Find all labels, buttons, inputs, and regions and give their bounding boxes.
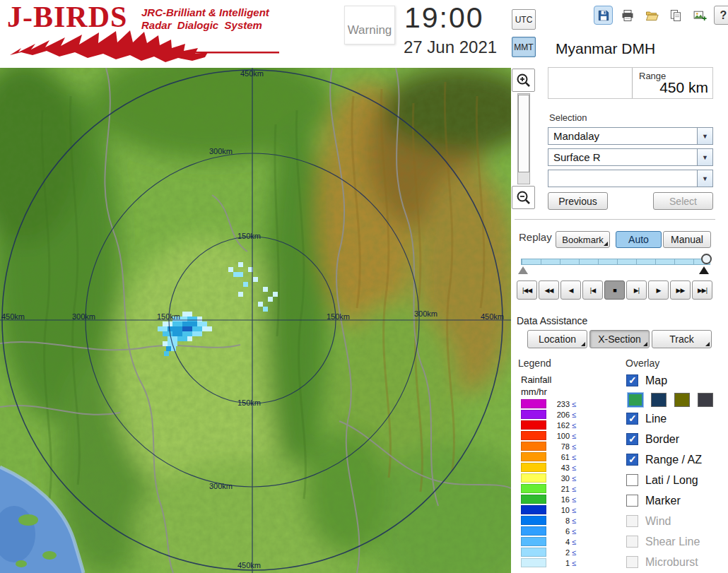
overlay-checkbox[interactable] (626, 413, 638, 425)
legend-color-swatch (521, 484, 546, 493)
copy-icon[interactable] (666, 6, 685, 25)
legend-color-swatch (521, 505, 546, 514)
print-icon[interactable] (618, 6, 637, 25)
capture-icon[interactable] (690, 6, 709, 25)
legend-color-swatch (521, 420, 546, 430)
legend-value: 233 (550, 400, 570, 408)
legend-row: 162 ≤ (521, 420, 576, 430)
overlay-label: Line (645, 413, 667, 425)
playback-controls: |◀◀ ◀◀ ◀ |◀ ■ ▶| ▶ ▶▶ ▶▶| (517, 280, 712, 300)
playback-button[interactable]: ◀ (560, 280, 581, 300)
toolbar: ? (594, 6, 728, 25)
app-logo-subtitle: JRC-Brilliant & Intelligent Radar Dialog… (141, 6, 269, 32)
help-icon[interactable]: ? (714, 6, 728, 25)
legend-value: 10 (550, 506, 570, 514)
jbirds-app: J-BIRDS JRC-Brilliant & Intelligent Rada… (0, 0, 728, 573)
warning-label: Warning (348, 23, 392, 37)
playback-button[interactable]: ◀◀ (539, 280, 559, 300)
legend-color-swatch (521, 442, 546, 451)
playback-button[interactable]: ▶| (626, 280, 647, 300)
map-style-swatch[interactable] (628, 393, 643, 407)
data-assistance-button[interactable]: Track (652, 330, 712, 348)
zoom-slider-thumb[interactable] (518, 95, 529, 172)
map-style-swatch[interactable] (651, 393, 667, 407)
chevron-down-icon[interactable]: ▼ (697, 128, 712, 144)
legend-scale: 233 ≤ 206 ≤ 162 ≤ 100 ≤ (521, 398, 576, 568)
overlay-row[interactable]: Shear Line (626, 536, 702, 548)
legend-row: 233 ≤ (521, 398, 576, 409)
overlay-checkbox[interactable] (626, 433, 638, 445)
legend-le-symbol: ≤ (572, 442, 576, 451)
previous-button[interactable]: Previous (548, 192, 608, 210)
map-checkbox[interactable] (626, 374, 638, 386)
overlay-checkbox[interactable] (626, 515, 638, 527)
playback-button[interactable]: ■ (604, 280, 625, 300)
overlay-row-map[interactable]: Map (626, 374, 667, 386)
radar-map[interactable]: 450km 300km 150km 450km 300km 150km 150k… (0, 68, 511, 573)
legend-row: 30 ≤ (521, 473, 576, 483)
timeline-knob[interactable] (701, 254, 712, 264)
auto-replay-button[interactable]: Auto (616, 231, 662, 248)
overlay-row[interactable]: Border (626, 433, 702, 445)
open-folder-icon[interactable] (642, 6, 661, 25)
replay-label: Replay (519, 231, 552, 243)
section-divider (515, 219, 715, 220)
playback-button[interactable]: ▶ (648, 280, 669, 300)
overlay-checkbox[interactable] (626, 454, 638, 466)
legend-value: 8 (550, 516, 570, 525)
site-dropdown[interactable]: Mandalay ▼ (548, 127, 713, 145)
overlay-label: Map (645, 374, 667, 387)
legend-le-symbol: ≤ (572, 474, 576, 483)
legend-le-symbol: ≤ (572, 548, 576, 557)
option-dropdown[interactable]: ▼ (548, 170, 713, 187)
map-style-swatch[interactable] (674, 393, 690, 407)
legend-value: 16 (550, 495, 570, 504)
radar-map-canvas (0, 68, 511, 573)
overlay-label: Lati / Long (645, 474, 698, 487)
overlay-row[interactable]: Line (626, 413, 702, 425)
selection-label: Selection (549, 112, 587, 123)
map-style-swatch[interactable] (698, 393, 713, 407)
data-assistance-button[interactable]: Location (527, 330, 587, 348)
legend-le-symbol: ≤ (572, 400, 576, 408)
zoom-out-icon[interactable] (512, 186, 535, 209)
overlay-checkbox[interactable] (626, 536, 638, 548)
playback-button[interactable]: |◀ (582, 280, 603, 300)
product-dropdown[interactable]: Surface R ▼ (548, 148, 713, 166)
overlay-checkbox[interactable] (626, 556, 638, 568)
save-icon[interactable] (594, 6, 613, 25)
overlay-label: Marker (645, 495, 681, 507)
select-button[interactable]: Select (653, 192, 713, 210)
playback-button[interactable]: ▶▶ (670, 280, 691, 300)
manual-replay-button[interactable]: Manual (663, 231, 711, 248)
zoom-in-icon[interactable] (512, 69, 535, 92)
overlay-title: Overlay (626, 358, 659, 369)
data-assistance-button[interactable]: X-Section (589, 330, 650, 348)
overlay-row[interactable]: Lati / Long (626, 474, 702, 486)
overlay-row[interactable]: Microburst (626, 556, 702, 568)
timezone-mmt-button[interactable]: MMT (512, 37, 536, 57)
bookmark-button[interactable]: Bookmark (556, 231, 610, 248)
legend-le-symbol: ≤ (572, 410, 576, 419)
overlay-row[interactable]: Range / AZ (626, 454, 702, 466)
playback-button[interactable]: |◀◀ (517, 280, 537, 300)
overlay-checkbox[interactable] (626, 495, 638, 507)
chevron-down-icon[interactable]: ▼ (697, 170, 712, 187)
overlay-checkbox[interactable] (626, 474, 638, 486)
chevron-down-icon[interactable]: ▼ (697, 149, 712, 165)
legend-value: 1 (550, 559, 570, 567)
legend-row: 61 ≤ (521, 451, 576, 462)
warning-indicator[interactable]: Warning (344, 6, 395, 45)
legend-row: 78 ≤ (521, 441, 576, 451)
timezone-utc-button[interactable]: UTC (512, 9, 536, 30)
timeline-start-marker[interactable] (518, 266, 528, 274)
timeline-slider[interactable] (521, 259, 710, 265)
timeline-position-marker[interactable] (699, 266, 709, 274)
legend-row: 1 ≤ (521, 557, 576, 568)
playback-button[interactable]: ▶▶| (692, 280, 712, 300)
legend-color-swatch (521, 431, 546, 440)
overlay-row[interactable]: Wind (626, 515, 702, 527)
product-dropdown-value: Surface R (548, 149, 697, 165)
legend-color-swatch (521, 548, 546, 557)
overlay-row[interactable]: Marker (626, 495, 702, 507)
